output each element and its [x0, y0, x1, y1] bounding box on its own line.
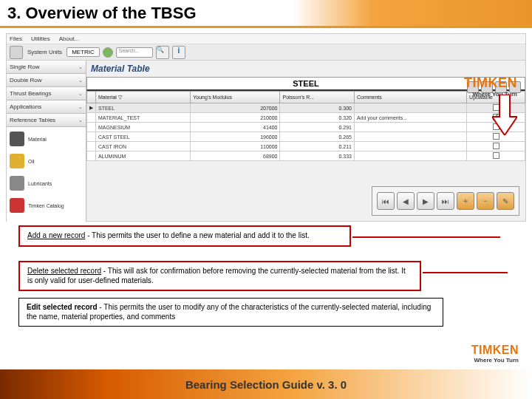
- lubricant-icon: [10, 176, 24, 191]
- toolbar-icon[interactable]: [10, 46, 23, 59]
- sidebar: Single Row⌄ Double Row⌄ Thrust Bearings⌄…: [7, 61, 86, 222]
- col-material[interactable]: Material ▽: [96, 92, 191, 103]
- chevron-down-icon: ⌄: [78, 91, 83, 97]
- ref-catalog[interactable]: Timken Catalog: [10, 198, 83, 213]
- table-row[interactable]: CAST STEEL1960000.265: [87, 132, 525, 142]
- next-record-button[interactable]: ▶: [417, 192, 434, 210]
- ref-label: Oil: [28, 159, 35, 164]
- material-table: Material ▽ Young's Modulus Poisson's R..…: [86, 91, 525, 161]
- main-panel: Material Table STEEL Material ▽ Young's …: [86, 61, 525, 222]
- record-nav-panel: ⏮ ◀ ▶ ⏭ ＋ － ✎: [372, 186, 519, 216]
- search-icon[interactable]: 🔍: [156, 46, 169, 59]
- timken-logo-bottom: TIMKEN Where You Turn: [471, 344, 519, 364]
- sidebar-item-double-row[interactable]: Double Row⌄: [7, 74, 86, 87]
- system-units-label: System Units: [27, 49, 62, 55]
- ref-label: Timken Catalog: [28, 203, 64, 208]
- material-icon: [10, 132, 24, 146]
- connector-line: [352, 236, 500, 238]
- sidebar-item-label: Double Row: [10, 77, 42, 83]
- callout-delete-record: Delete selected record - This will ask f…: [18, 261, 421, 291]
- refresh-icon[interactable]: [103, 47, 113, 58]
- prev-record-button[interactable]: ◀: [397, 192, 415, 210]
- reference-panel: Material Oil Lubricants Timken Catalog: [7, 127, 86, 222]
- footer-text: Bearing Selection Guide v. 3. 0: [185, 378, 347, 391]
- ref-material[interactable]: Material: [10, 132, 83, 146]
- chevron-down-icon: ⌄: [78, 64, 83, 70]
- units-dropdown[interactable]: METRIC: [66, 47, 100, 57]
- timken-tagline: Where You Turn: [474, 357, 519, 364]
- sidebar-item-reference[interactable]: Reference Tables⌄: [7, 114, 86, 127]
- sidebar-item-label: Single Row: [10, 64, 39, 70]
- footer-bar: Bearing Selection Guide v. 3. 0: [0, 369, 532, 399]
- chevron-down-icon: ⌄: [78, 78, 83, 83]
- add-record-button[interactable]: ＋: [457, 192, 474, 210]
- info-icon[interactable]: i: [172, 46, 185, 59]
- checkbox-icon[interactable]: [493, 152, 499, 159]
- table-title: STEEL: [86, 77, 525, 91]
- table-header-row: Material ▽ Young's Modulus Poisson's R..…: [87, 92, 525, 103]
- connector-line: [423, 272, 508, 273]
- sidebar-item-label: Thrust Bearings: [10, 90, 51, 97]
- sidebar-item-thrust[interactable]: Thrust Bearings⌄: [7, 87, 86, 100]
- table-row[interactable]: MATERIAL_TEST2100000.320Add your comment…: [87, 113, 525, 123]
- callout-title: Add a new record: [27, 231, 85, 239]
- ref-label: Lubricants: [28, 181, 52, 186]
- ref-oil[interactable]: Oil: [10, 154, 83, 168]
- last-record-button[interactable]: ⏭: [437, 192, 454, 210]
- sidebar-item-label: Reference Tables: [10, 117, 55, 123]
- slide-title-bar: 3. Overview of the TBSG: [0, 0, 532, 28]
- search-input[interactable]: Search...: [116, 47, 153, 58]
- callout-add-record: Add a new record - This permits the user…: [18, 225, 351, 247]
- menu-about[interactable]: About...: [59, 35, 80, 42]
- first-record-button[interactable]: ⏮: [377, 192, 395, 210]
- menu-bar: Files Utilities About...: [7, 34, 525, 44]
- callout-title: Delete selected record: [27, 267, 101, 275]
- callout-text: - This permits the user to define a new …: [85, 231, 309, 239]
- col-youngs[interactable]: Young's Modulus: [191, 92, 280, 103]
- panel-title: Material Table: [86, 61, 525, 77]
- toolbar: System Units METRIC Search... 🔍 i: [7, 44, 525, 61]
- callout-edit-record: Edit selected record - This permits the …: [18, 298, 443, 327]
- sidebar-item-applications[interactable]: Applications⌄: [7, 100, 86, 114]
- table-row[interactable]: ALUMINUM689000.333: [87, 151, 525, 161]
- delete-record-button[interactable]: －: [477, 192, 494, 210]
- checkbox-icon[interactable]: [493, 143, 499, 149]
- col-comments[interactable]: Comments: [354, 92, 466, 103]
- edit-record-button[interactable]: ✎: [497, 192, 514, 210]
- application-window: Files Utilities About... System Units ME…: [6, 33, 526, 222]
- menu-files[interactable]: Files: [10, 35, 22, 42]
- sidebar-item-single-row[interactable]: Single Row⌄: [7, 61, 86, 74]
- timken-wordmark: TIMKEN: [464, 75, 517, 91]
- callout-title: Edit selected record: [27, 303, 98, 311]
- table-row[interactable]: MAGNESIUM414000.291: [87, 123, 525, 132]
- timken-wordmark: TIMKEN: [471, 344, 519, 357]
- table-row[interactable]: ▶STEEL2070000.300: [87, 103, 525, 113]
- ref-label: Material: [28, 137, 47, 142]
- catalog-icon: [10, 198, 24, 213]
- chevron-down-icon: ⌄: [78, 117, 83, 123]
- menu-utilities[interactable]: Utilities: [31, 35, 50, 42]
- slide-title: 3. Overview of the TBSG: [7, 4, 197, 23]
- arrow-down-annotation: [492, 95, 517, 135]
- table-row[interactable]: CAST IRON1100000.211: [87, 142, 525, 151]
- oil-icon: [10, 154, 24, 168]
- sidebar-item-label: Applications: [10, 103, 41, 110]
- chevron-down-icon: ⌄: [78, 104, 83, 110]
- col-poisson[interactable]: Poisson's R...: [280, 92, 354, 103]
- ref-lubricants[interactable]: Lubricants: [10, 176, 83, 191]
